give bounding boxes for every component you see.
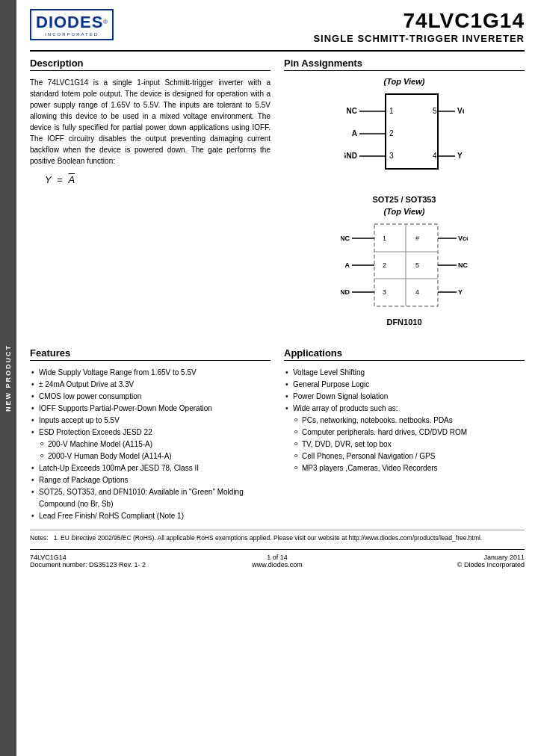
sot23-diagram: (Top View) NC 1 A 2 GND 3 [284, 77, 525, 188]
formula: Y = A [45, 174, 270, 185]
feature-item-8: Range of Package Options [30, 474, 270, 486]
feature-item-7: Latch-Up Exceeds 100mA per JESD 78, Clas… [30, 462, 270, 474]
svg-text:Vcc: Vcc [458, 235, 468, 242]
features-list: Wide Supply Voltage Range from 1.65V to … [30, 367, 270, 522]
app-sub-3: TV, DVD, DVR, set top box [284, 439, 525, 450]
svg-text:1: 1 [383, 235, 386, 242]
feature-item-3: CMOS low power consumption [30, 391, 270, 403]
formula-a-overline: A [69, 174, 75, 185]
svg-text:2: 2 [389, 129, 394, 137]
app-item-4: Wide array of products such as: [284, 403, 525, 415]
svg-text:5: 5 [415, 261, 419, 269]
svg-text:A: A [345, 261, 350, 269]
app-sub-5: MP3 players ,Cameras, Video Recorders [284, 462, 525, 474]
app-item-2: General Purpose Logic [284, 379, 525, 391]
svg-text:NC: NC [347, 107, 357, 115]
dfn-label: DFN1010 [386, 317, 421, 326]
applications-column: Applications Voltage Level Shifting Gene… [284, 347, 525, 522]
footer-website: www.diodes.com [195, 561, 360, 568]
feature-item-6: ESD Protection Exceeds JESD 22 [30, 427, 270, 439]
svg-text:5: 5 [433, 107, 437, 115]
footer: 74LVC1G14 Document number: DS35123 Rev. … [30, 549, 525, 568]
feature-item-2: ± 24mA Output Drive at 3.3V [30, 379, 270, 391]
sot25-svg: NC 1 A 2 GND 3 # Vcc 5 NC 4 [341, 220, 468, 317]
applications-header: Applications [284, 347, 525, 361]
header: DIODES® INCORPORATED 74LVC1G14 SINGLE SC… [30, 9, 525, 52]
notes-label: Notes: 1. EU Directive 2002/95/EC (RoHS)… [30, 534, 482, 542]
top-columns: Description The 74LVC1G14 is a single 1-… [30, 58, 525, 337]
footer-right: January 2011 © Diodes Incorporated [359, 554, 525, 568]
logo-incorporated: INCORPORATED [36, 32, 108, 37]
part-number: 74LVC1G14 [313, 9, 525, 33]
footer-date: January 2011 [359, 554, 525, 561]
description-text: The 74LVC1G14 is a single 1-input Schmit… [30, 77, 270, 167]
feature-sub-1: 200-V Machine Model (A115-A) [30, 439, 270, 450]
app-sub-1: PCs, networking, notebooks. netbooks. PD… [284, 415, 525, 427]
footer-doc-number: Document number: DS35123 Rev. 1- 2 [30, 561, 195, 568]
notes-section: Notes: 1. EU Directive 2002/95/EC (RoHS)… [30, 530, 525, 543]
feature-item-4: IOFF Supports Partial-Power-Down Mode Op… [30, 403, 270, 415]
description-header: Description [30, 58, 270, 71]
sot25-label: SOT25 / SOT353 [284, 195, 525, 204]
feature-item-9: SOT25, SOT353, and DFN1010: Available in… [30, 486, 270, 510]
svg-text:1: 1 [389, 107, 394, 115]
app-item-3: Power Down Signal Isolation [284, 391, 525, 403]
app-sub-4: Cell Phones, Personal Navigation / GPS [284, 450, 525, 462]
footer-copyright: © Diodes Incorporated [359, 561, 525, 568]
sot25-diagram: (Top View) NC 1 A 2 GND [284, 207, 525, 329]
svg-text:Vcc: Vcc [457, 107, 464, 115]
app-sub-2: Computer peripherals. hard drives, CD/DV… [284, 427, 525, 439]
svg-text:A: A [352, 129, 357, 137]
features-header: Features [30, 347, 270, 361]
feature-item-1: Wide Supply Voltage Range from 1.65V to … [30, 367, 270, 379]
footer-page-info: 1 of 14 [195, 554, 360, 561]
sot23-svg: NC 1 A 2 GND 3 5 Vcc 4 [344, 90, 464, 188]
svg-text:4: 4 [415, 288, 419, 296]
side-banner-text: NEW PRODUCT [4, 344, 12, 412]
svg-text:NC: NC [341, 235, 350, 242]
app-item-1: Voltage Level Shifting [284, 367, 525, 379]
logo-registered: ® [103, 19, 108, 25]
svg-text:GND: GND [344, 152, 357, 160]
bottom-columns: Features Wide Supply Voltage Range from … [30, 347, 525, 522]
part-number-area: 74LVC1G14 SINGLE SCHMITT-TRIGGER INVERET… [313, 9, 525, 44]
logo-text: DIODES [36, 13, 103, 31]
svg-text:Y: Y [457, 152, 463, 160]
feature-item-5: Inputs accept up to 5.5V [30, 415, 270, 427]
svg-text:3: 3 [383, 288, 386, 296]
feature-item-10: Lead Free Finish/ RoHS Compliant (Note 1… [30, 510, 270, 522]
svg-text:4: 4 [433, 152, 437, 160]
footer-left: 74LVC1G14 Document number: DS35123 Rev. … [30, 554, 195, 568]
feature-sub-2: 2000-V Human Body Model (A114-A) [30, 450, 270, 462]
pin-assignments-column: Pin Assignments (Top View) NC 1 A 2 [284, 58, 525, 337]
footer-part-number: 74LVC1G14 [30, 554, 195, 561]
applications-list: Voltage Level Shifting General Purpose L… [284, 367, 525, 474]
svg-text:NC: NC [458, 261, 468, 269]
formula-y: Y [45, 174, 52, 185]
side-banner: NEW PRODUCT [0, 0, 16, 756]
svg-text:#: # [415, 235, 419, 242]
part-subtitle: SINGLE SCHMITT-TRIGGER INVERETER [313, 33, 525, 44]
logo-area: DIODES® INCORPORATED [30, 9, 114, 42]
features-column: Features Wide Supply Voltage Range from … [30, 347, 270, 522]
main-content: DIODES® INCORPORATED 74LVC1G14 SINGLE SC… [16, 0, 538, 576]
sot23-view-label: (Top View) [384, 77, 425, 86]
sot25-view-label: (Top View) [384, 207, 425, 216]
footer-center: 1 of 14 www.diodes.com [195, 554, 360, 568]
svg-text:GND: GND [341, 288, 350, 296]
svg-text:3: 3 [389, 152, 394, 160]
logo-box: DIODES® INCORPORATED [30, 9, 114, 40]
pin-assignments-header: Pin Assignments [284, 58, 525, 71]
svg-text:Y: Y [458, 288, 463, 296]
description-column: Description The 74LVC1G14 is a single 1-… [30, 58, 270, 337]
formula-equals: = [57, 174, 63, 185]
svg-text:2: 2 [383, 261, 386, 269]
